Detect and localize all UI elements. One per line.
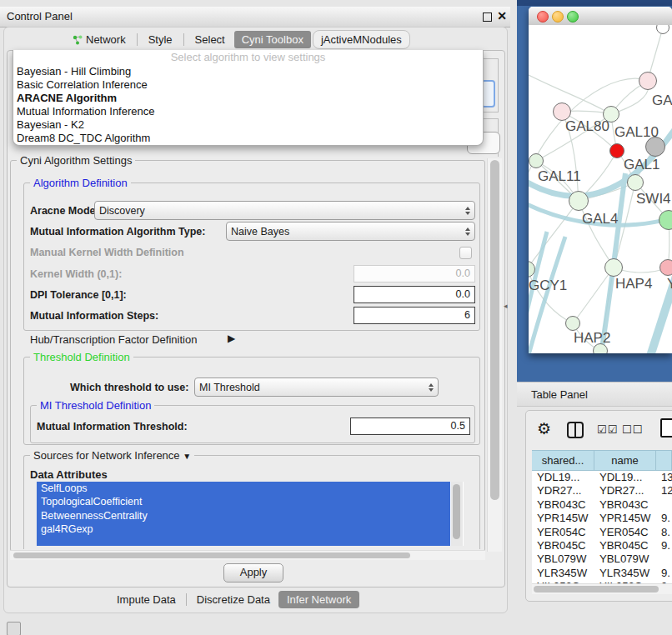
close-traffic-light-icon[interactable] — [537, 11, 549, 22]
columns-icon[interactable] — [567, 422, 584, 438]
attributes-scrollbar[interactable] — [451, 482, 463, 546]
tab-style[interactable]: Style — [141, 31, 180, 48]
algorithm-option-aracne-algorithm[interactable]: ARACNE Algorithm — [13, 92, 483, 105]
zoom-traffic-light-icon[interactable] — [567, 11, 579, 22]
table-cell: 8. — [656, 526, 672, 539]
data-attributes-list: SelfLoopsTopologicalCoefficientBetweenne… — [37, 482, 464, 546]
algorithm-option-mutual-information-inference[interactable]: Mutual Information Inference — [13, 105, 483, 118]
close-icon[interactable]: ✕ — [497, 9, 507, 22]
control-panel-title: Control Panel — [7, 10, 73, 22]
network-node[interactable] — [639, 72, 657, 90]
table-cell: YER054C — [594, 526, 656, 539]
table-row[interactable]: YER054CYER054C8. — [532, 526, 672, 539]
dpi-tolerance-label: DPI Tolerance [0,1]: — [30, 289, 127, 301]
network-window: GALGAL80GAL10GAL1GAL11SWI4GAL4GCY1HAP4YH… — [529, 7, 672, 353]
splitter-handle-icon[interactable]: ◂ — [504, 302, 508, 310]
apply-button[interactable]: Apply — [223, 563, 283, 582]
table-cell: YBL079W — [594, 552, 656, 566]
algorithm-option-basic-correlation-inference[interactable]: Basic Correlation Inference — [13, 78, 483, 92]
network-node[interactable] — [604, 258, 623, 277]
tab-discretize-data[interactable]: Discretize Data — [188, 591, 278, 608]
expand-right-icon[interactable]: ▶ — [228, 332, 235, 344]
attribute-item[interactable]: SelfLoops — [37, 482, 450, 495]
deselect-all-icon[interactable]: ☐☐ — [622, 423, 643, 436]
table-row[interactable]: YPR145WYPR145W9. — [532, 512, 672, 525]
float-panel-icon[interactable] — [483, 12, 492, 22]
attribute-item[interactable]: TopologicalCoefficient — [37, 495, 450, 508]
table-body: YDL19...YDL19...13YDR27...YDR27...12YBR0… — [532, 471, 672, 593]
network-node[interactable] — [659, 259, 672, 276]
control-panel-vscrollbar[interactable] — [487, 158, 502, 552]
table-cell: YDL19... — [532, 471, 594, 484]
mi-algorithm-type-label: Mutual Information Algorithm Type: — [30, 226, 205, 238]
network-node[interactable] — [569, 191, 589, 211]
mi-threshold-legend: MI Threshold Definition — [37, 400, 154, 412]
table-row[interactable]: YLR345WYLR345W9. — [532, 567, 672, 580]
which-threshold-label: Which threshold to use: — [70, 382, 188, 393]
cyni-algorithm-settings-legend: Cyni Algorithm Settings — [17, 155, 135, 167]
tab-separator — [186, 593, 187, 606]
table-row[interactable]: YDL19...YDL19...13 — [532, 471, 672, 484]
mi-threshold-input[interactable]: 0.5 — [350, 418, 470, 435]
sources-legend[interactable]: Sources for Network Inference ▼ — [30, 450, 194, 462]
desktop-top-strip — [517, 0, 672, 6]
select-all-icon[interactable]: ☑☑ — [597, 423, 618, 436]
mi-threshold-label: Mutual Information Threshold: — [37, 421, 188, 432]
network-node[interactable] — [609, 143, 624, 158]
network-window-titlebar[interactable] — [529, 7, 672, 26]
tab-jactivemnodules[interactable]: jActiveMNodules — [313, 30, 410, 49]
table-row[interactable]: YDR27...YDR27...12 — [532, 484, 672, 498]
tab-impute-data[interactable]: Impute Data — [108, 591, 184, 608]
tab-cyni-toolbox[interactable]: Cyni Toolbox — [234, 31, 311, 48]
which-threshold-select[interactable]: MI Threshold — [194, 378, 439, 397]
table-cell: YPR145W — [594, 512, 656, 525]
table-panel-titlebar: Table Panel — [517, 382, 672, 407]
table-row[interactable]: YBR045CYBR045C9. — [532, 539, 672, 552]
table-cell: YBL079W — [532, 552, 594, 566]
hub-definition-toggle[interactable]: Hub/Transcription Factor Definition — [30, 333, 197, 346]
algorithm-option-bayesian-hill-climbing[interactable]: Bayesian - Hill Climbing — [13, 65, 483, 78]
table-cell: 13 — [656, 471, 672, 484]
network-node[interactable] — [627, 174, 644, 191]
manual-kernel-width-checkbox[interactable] — [459, 247, 472, 259]
attribute-item[interactable]: BetweennessCentrality — [37, 509, 450, 522]
column-header-shared-[interactable]: shared... — [532, 451, 594, 470]
column-header-name[interactable]: name — [594, 451, 656, 470]
control-panel-hscrollbar[interactable] — [10, 550, 485, 560]
control-panel-tabs: NetworkStyleSelectCyni ToolboxjActiveMNo… — [65, 30, 410, 49]
mi-steps-input[interactable]: 6 — [354, 307, 475, 324]
table-row[interactable]: YBR043CYBR043C — [532, 498, 672, 512]
table-cell: YLR345W — [594, 567, 656, 580]
network-node[interactable] — [529, 153, 544, 168]
tab-label: Network — [86, 33, 126, 46]
minimized-panel-icon[interactable] — [7, 622, 21, 635]
kernel-width-input[interactable]: 0.0 — [354, 265, 475, 282]
document-icon[interactable] — [660, 418, 672, 438]
network-node[interactable] — [565, 316, 580, 331]
aracne-mode-select[interactable]: Discovery — [94, 201, 475, 220]
tab-network[interactable]: Network — [65, 31, 133, 48]
table-row[interactable]: YBL079WYBL079W — [532, 552, 672, 566]
minimize-traffic-light-icon[interactable] — [552, 11, 564, 22]
dpi-tolerance-input[interactable]: 0.0 — [354, 286, 475, 303]
column-header-extra[interactable] — [656, 451, 672, 470]
combo-spinner-icon — [429, 383, 434, 392]
tab-select[interactable]: Select — [188, 31, 233, 48]
algorithm-option-bayesian-k2[interactable]: Bayesian - K2 — [13, 118, 483, 132]
attribute-item[interactable] — [37, 536, 450, 546]
table-cell: 9. — [656, 539, 672, 552]
mi-algorithm-type-select[interactable]: Naive Bayes — [226, 222, 475, 241]
table-cell: YPR145W — [532, 512, 594, 525]
algorithm-dropdown-popup: Select algorithm to view settings Bayesi… — [13, 50, 484, 146]
table-hscrollbar[interactable] — [532, 583, 672, 594]
attribute-item[interactable]: gal4RGexp — [37, 522, 450, 536]
network-node-label-gal4: GAL4 — [582, 211, 618, 228]
network-canvas[interactable]: GALGAL80GAL10GAL1GAL11SWI4GAL4GCY1HAP4YH… — [529, 25, 672, 353]
which-threshold-value: MI Threshold — [199, 382, 260, 393]
algorithm-option-dream8-dc-tdc-algorithm[interactable]: Dream8 DC_TDC Algorithm — [13, 132, 483, 145]
gear-icon[interactable]: ⚙ — [537, 419, 551, 438]
table-cell — [656, 552, 672, 566]
hidden-groupbox-edge — [498, 58, 499, 112]
application-window: Control Panel ✕ NetworkStyleSelectCyni T… — [0, 0, 672, 635]
tab-infer-network[interactable]: Infer Network — [278, 591, 359, 608]
